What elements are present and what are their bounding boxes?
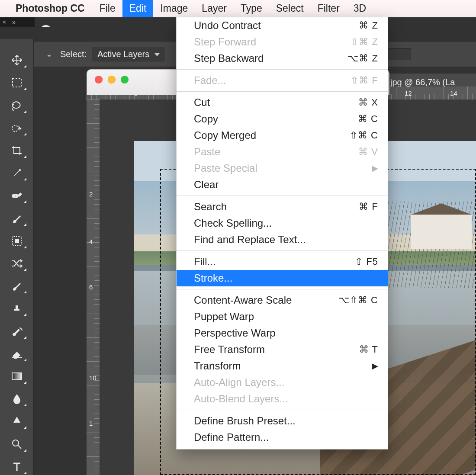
menu-item-label: Fill...: [194, 256, 216, 268]
svg-point-3: [14, 195, 16, 197]
chevron-down-icon[interactable]: ⌄: [46, 49, 52, 59]
menu-item-label: Step Backward: [194, 52, 264, 64]
menu-item-clear[interactable]: Clear: [177, 177, 388, 193]
menu-item-label: Copy Merged: [194, 129, 256, 141]
menu-item-auto-blend-layers: Auto-Blend Layers...: [177, 391, 388, 407]
menu-item-label: Find and Replace Text...: [194, 234, 306, 246]
menu-item-shortcut: ⌘ C: [358, 113, 378, 125]
menu-item-label: Undo Contract: [194, 19, 261, 32]
menu-item-undo-contract[interactable]: Undo Contract⌘ Z: [177, 17, 388, 34]
menu-file[interactable]: File: [93, 0, 122, 17]
menu-item-step-backward[interactable]: Step Backward⌥⌘ Z: [177, 50, 388, 67]
menu-filter[interactable]: Filter: [311, 0, 347, 17]
menu-item-perspective-warp[interactable]: Perspective Warp: [177, 325, 388, 341]
history-brush-tool[interactable]: [6, 323, 27, 339]
submenu-arrow-icon: ▶: [372, 164, 378, 173]
select-layers-dropdown[interactable]: Active Layers: [92, 47, 164, 61]
svg-point-7: [13, 440, 19, 446]
menu-item-cut[interactable]: Cut⌘ X: [177, 94, 388, 111]
lasso-tool[interactable]: [6, 97, 27, 113]
ruler-v-label: 10: [89, 374, 96, 382]
quick-selection-tool[interactable]: [6, 120, 27, 136]
menu-item-free-transform[interactable]: Free Transform⌘ T: [177, 341, 388, 358]
menu-item-label: Define Pattern...: [194, 431, 269, 443]
menu-item-search[interactable]: Search⌘ F: [177, 199, 388, 215]
menu-item-find-and-replace-text[interactable]: Find and Replace Text...: [177, 231, 388, 248]
menu-item-label: Copy: [194, 113, 218, 125]
ruler-v-label: 4: [89, 238, 93, 245]
window-minimize-icon[interactable]: [108, 76, 116, 83]
menu-item-label: Check Spelling...: [194, 217, 272, 229]
menu-3d[interactable]: 3D: [347, 0, 373, 17]
menu-item-shortcut: ⌘ T: [359, 344, 378, 355]
type-tool[interactable]: [6, 459, 27, 475]
menu-item-shortcut: ⌥⇧⌘ C: [338, 295, 378, 306]
ruler-v-label: 6: [89, 283, 93, 291]
menu-item-shortcut: ⇧⌘ Z: [351, 36, 378, 48]
menu-item-content-aware-scale[interactable]: Content-Aware Scale⌥⇧⌘ C: [177, 292, 388, 308]
tools-panel: [0, 39, 34, 475]
dodge-tool[interactable]: [6, 413, 27, 430]
menu-edit[interactable]: Edit: [122, 0, 154, 17]
select-label: Select:: [60, 49, 87, 59]
move-tool[interactable]: [6, 52, 27, 68]
submenu-arrow-icon: ▶: [372, 361, 378, 371]
gradient-tool[interactable]: [6, 368, 27, 385]
close-icon[interactable]: ×: [3, 19, 6, 26]
menu-item-puppet-warp[interactable]: Puppet Warp: [177, 308, 388, 325]
blur-tool[interactable]: [6, 391, 27, 407]
menu-item-transform[interactable]: Transform▶: [177, 358, 388, 374]
svg-rect-0: [13, 78, 21, 87]
ruler-h-label: 12: [405, 90, 412, 97]
menu-item-shortcut: ⌥⌘ Z: [347, 53, 378, 64]
menu-select[interactable]: Select: [269, 0, 311, 17]
menu-item-label: Clear: [194, 179, 219, 191]
menu-layer[interactable]: Layer: [195, 0, 234, 17]
brush-tool-alt[interactable]: [6, 210, 27, 226]
pattern-stamp-tool[interactable]: [6, 233, 27, 249]
menu-item-label: Cut: [194, 96, 210, 109]
menu-item-copy-merged[interactable]: Copy Merged⇧⌘ C: [177, 127, 388, 144]
eyedropper-tool[interactable]: [6, 165, 27, 181]
menu-item-label: Perspective Warp: [194, 327, 276, 339]
panel-menu-icon[interactable]: »: [12, 19, 16, 26]
menu-item-check-spelling[interactable]: Check Spelling...: [177, 215, 388, 231]
svg-point-1: [12, 125, 18, 132]
menu-item-copy[interactable]: Copy⌘ C: [177, 111, 388, 127]
svg-rect-5: [15, 239, 19, 243]
ruler-vertical[interactable]: 246101: [87, 99, 100, 475]
menu-item-shortcut: ⇧⌘ F: [351, 75, 378, 86]
zoom-tool[interactable]: [6, 436, 27, 452]
menu-item-label: Puppet Warp: [194, 311, 254, 323]
menu-item-define-pattern[interactable]: Define Pattern...: [177, 429, 388, 446]
clone-stamp-tool[interactable]: [6, 300, 27, 317]
eraser-tool[interactable]: [6, 346, 27, 362]
window-zoom-icon[interactable]: [121, 76, 129, 83]
edit-menu-dropdown: Undo Contract⌘ ZStep Forward⇧⌘ ZStep Bac…: [176, 17, 388, 449]
spot-healing-tool[interactable]: [6, 187, 27, 204]
menu-item-fill[interactable]: Fill...⇧ F5: [177, 254, 388, 270]
menu-item-shortcut: ⌘ Z: [359, 20, 378, 31]
menu-item-label: Search: [194, 201, 227, 213]
ruler-v-label: 1: [89, 420, 93, 427]
menu-item-paste: Paste⌘ V: [177, 144, 388, 160]
brush-tool[interactable]: [6, 278, 27, 294]
menu-item-auto-align-layers: Auto-Align Layers...: [177, 374, 388, 391]
app-name: Photoshop CC: [16, 3, 85, 14]
mac-menubar: Photoshop CC FileEditImageLayerTypeSelec…: [0, 0, 476, 17]
menu-item-label: Content-Aware Scale: [194, 294, 292, 306]
menu-item-label: Auto-Align Layers...: [194, 376, 284, 388]
window-close-icon[interactable]: [95, 76, 103, 83]
marquee-tool[interactable]: [6, 74, 27, 91]
menu-item-shortcut: ⇧ F5: [355, 256, 378, 267]
menu-image[interactable]: Image: [153, 0, 195, 17]
shuffle-tool[interactable]: [6, 255, 27, 272]
menu-item-label: Paste Special: [194, 162, 257, 174]
menu-item-step-forward: Step Forward⇧⌘ Z: [177, 34, 388, 50]
menu-item-stroke[interactable]: Stroke...: [177, 270, 388, 286]
menu-item-label: Paste: [194, 146, 220, 158]
menu-item-define-brush-preset[interactable]: Define Brush Preset...: [177, 413, 388, 429]
crop-tool[interactable]: [6, 142, 27, 159]
menu-item-label: Stroke...: [194, 272, 232, 284]
menu-type[interactable]: Type: [234, 0, 269, 17]
